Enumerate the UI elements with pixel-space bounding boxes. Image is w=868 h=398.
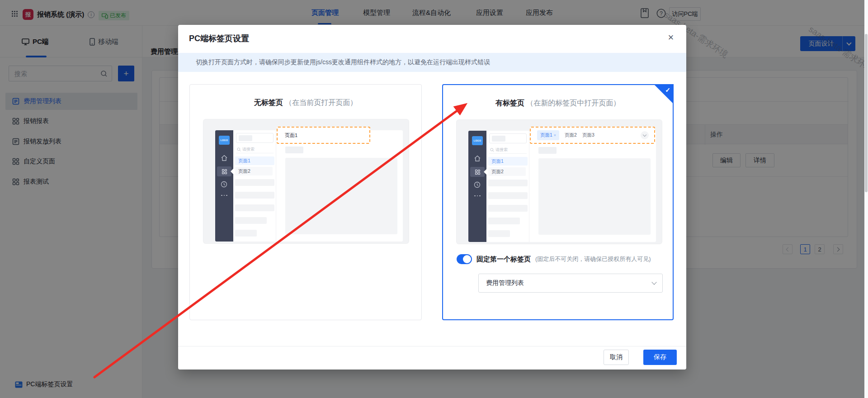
chevron-down-icon [651, 280, 656, 284]
mock-logo: LOGO [219, 136, 230, 145]
pin-first-tab-row: 固定第一个标签页 (固定后不可关闭，请确保已授权所有人可见) [457, 254, 651, 264]
cancel-button[interactable]: 取消 [604, 350, 629, 365]
option-with-tabs[interactable]: ✓ 有标签页 （在新的标签页中打开页面） LOGO [442, 84, 674, 320]
mock-apps-icon-selected [217, 166, 231, 176]
save-button[interactable]: 保存 [643, 350, 677, 365]
mock-menu-item-1: 页面1 [488, 157, 528, 166]
mock-content-area: 页面1 [276, 130, 403, 242]
first-tab-select[interactable]: 费用管理列表 [478, 274, 663, 293]
placeholder-bar [235, 204, 274, 211]
tab-bar-highlight: 页面1× 页面2 页面3 [530, 127, 655, 144]
placeholder-block [285, 158, 397, 234]
placeholder-bar [285, 147, 303, 153]
mock-search: 请搜索 [237, 147, 255, 152]
mock-header-placeholder [236, 133, 274, 143]
first-tab-select-value: 费用管理列表 [486, 279, 524, 287]
mock-tab-2: 页面2 [565, 132, 577, 138]
placeholder-bar [235, 217, 267, 224]
mock-nav-rail: LOGO [468, 131, 486, 242]
placeholder-bar [488, 205, 528, 212]
clock-icon [221, 181, 227, 188]
more-icon [221, 194, 228, 196]
mock-tab-active: 页面1× [537, 130, 559, 140]
check-icon: ✓ [665, 86, 670, 94]
mock-menu-item-2: 页面2 [488, 167, 526, 176]
placeholder-bar [488, 180, 528, 186]
page-header-highlight: 页面1 [277, 127, 370, 144]
pin-first-tab-hint: (固定后不可关闭，请确保已授权所有人可见) [535, 255, 651, 263]
option-with-tabs-title: 有标签页 （在新的标签页中打开页面） [443, 99, 673, 108]
chevron-down-icon [641, 131, 649, 139]
option-no-tabs-title: 无标签页 （在当前页打开页面） [190, 98, 421, 108]
info-banner: 切换打开页面方式时，请确保同步更新使用js/css更改通用组件样式的地方，以避免… [178, 53, 686, 72]
mock-menu-panel: 请搜索 页面1 页面2 [233, 130, 276, 242]
option-no-tabs[interactable]: 无标签页 （在当前页打开页面） LOGO [189, 84, 422, 320]
placeholder-bar [235, 230, 257, 237]
screen: 报 报销系统 (演示) i 已发布 页面管理 模型管理 流程&自动化 应用设置 … [0, 0, 868, 398]
search-icon [237, 147, 241, 152]
toggle-knob [463, 255, 471, 263]
home-icon [221, 155, 228, 161]
divider [236, 153, 274, 153]
mock-page-header: 页面1 [285, 132, 297, 139]
mock-menu-item-1: 页面1 [235, 156, 274, 165]
no-tabs-preview: LOGO 请搜索 页面1 [203, 119, 409, 244]
mock-header-placeholder [489, 133, 527, 143]
placeholder-bar [235, 179, 274, 186]
mock-logo: LOGO [472, 136, 483, 145]
close-icon[interactable]: × [665, 31, 677, 44]
placeholder-block [538, 158, 651, 235]
placeholder-bar [488, 230, 510, 237]
tab-close-icon: × [554, 133, 556, 137]
search-icon [490, 148, 494, 152]
mock-menu-panel: 请搜索 页面1 页面2 [486, 131, 529, 242]
pin-first-tab-toggle[interactable] [457, 254, 472, 264]
pc-tab-settings-dialog: PC端标签页设置 × 切换打开页面方式时，请确保同步更新使用js/css更改通用… [178, 25, 686, 370]
mock-window: LOGO 请搜索 页面1 [215, 130, 403, 242]
scrollbar-thumb[interactable] [865, 34, 868, 192]
dialog-title: PC端标签页设置 [189, 33, 249, 44]
placeholder-bar [488, 218, 520, 224]
mock-content-area: 页面1× 页面2 页面3 [529, 131, 656, 242]
with-tabs-preview: LOGO 请搜索 页面1 [456, 119, 662, 244]
placeholder-bar [538, 147, 557, 154]
placeholder-bar [488, 192, 528, 199]
mock-search: 请搜索 [490, 147, 508, 153]
mock-menu-item-2: 页面2 [235, 167, 273, 175]
pin-first-tab-label: 固定第一个标签页 [476, 255, 531, 264]
clock-icon [474, 181, 481, 188]
mock-nav-rail: LOGO [215, 130, 233, 242]
mock-apps-icon-selected [470, 167, 485, 177]
divider [489, 153, 527, 154]
mock-window: LOGO 请搜索 页面1 [468, 131, 656, 242]
home-icon [474, 155, 481, 162]
more-icon [474, 195, 481, 197]
placeholder-bar [235, 192, 274, 199]
scrollbar-track [864, 0, 868, 398]
mock-tab-3: 页面3 [582, 132, 594, 138]
footer-divider [178, 346, 686, 346]
